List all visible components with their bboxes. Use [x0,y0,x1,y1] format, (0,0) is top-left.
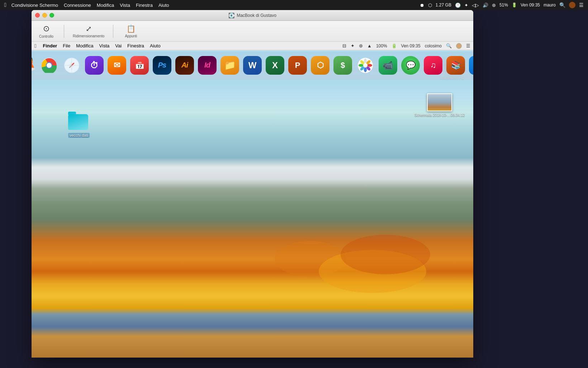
dock-icon-folder: 📁 [220,56,239,75]
dock-item-appstore[interactable]: A [468,55,473,76]
dock-item-photoshop[interactable]: Ps [152,55,172,76]
user-display: mauro [544,3,556,8]
dock-item-messages[interactable]: 💬 [400,55,421,76]
svg-point-32 [359,64,364,67]
safari-svg [64,58,79,73]
finder-airplay-icon: ⊟ [342,43,346,48]
dock-item-excel[interactable]: X [265,55,285,76]
dock-icon-indesign: Id [198,56,217,75]
finder-time: Ven 09:35 [401,43,421,48]
dock-icon-photos [356,56,375,75]
finder-menubar:  Finder File Modifica Vista Vai Finestr… [32,42,473,50]
finder-menu-file[interactable]: File [60,43,73,48]
dock-icon-facetime: 📹 [379,56,397,75]
dock-item-airmail[interactable]: ✉ [106,55,127,76]
sys-menu-modifica[interactable]: Modifica [97,3,114,8]
photos-svg [358,58,373,73]
hdd-icon: 💽 [228,13,234,18]
wifi-icon: ⊛ [492,3,496,8]
controllo-button[interactable]: ⊙ Controllo [37,24,55,38]
dock-item-folder[interactable]: 📁 [219,55,240,76]
screen-record-icon: ⏺ [420,3,425,8]
finder-menu-finestra[interactable]: Finestra [124,43,147,48]
svg-point-30 [364,67,367,72]
dock-item-klokki[interactable]: ⏱ [84,55,105,76]
dock-item-chrome[interactable] [39,55,60,76]
dock-item-fantastical[interactable]: 📅 [129,55,150,76]
time-machine-icon: 🕐 [455,3,461,8]
sys-menu-finestra[interactable]: Finestra [136,3,153,8]
battery-icon: 🔋 [512,3,517,8]
svg-point-16 [47,63,52,68]
svg-point-26 [364,59,367,64]
system-menu-items: Condivisione Schermo Connessione Modific… [11,3,169,8]
finder-search-icon[interactable]: 🔍 [446,43,452,48]
finder-battery-icon: 🔋 [392,43,397,48]
finder-wifi-icon: ⊛ [359,43,363,48]
dock-icon-word: W [243,56,262,75]
dock-item-ppt[interactable]: P [287,55,308,76]
close-button[interactable] [35,13,40,18]
outer-frame:  Condivisione Schermo Connessione Modif… [0,0,588,368]
dock-icon-safari [62,56,81,75]
finder-list-icon[interactable]: ☰ [466,43,470,48]
finder-menu-aiuto[interactable]: Aiuto [147,43,163,48]
finder-menu-vai[interactable]: Vai [112,43,124,48]
dock-icon-mindnode: ⬡ [311,56,329,75]
ridimensionamento-icon: ⤢ [86,24,92,33]
volume-icon: 🔊 [483,3,488,8]
minimize-button[interactable] [42,13,47,18]
ridimensionamento-button[interactable]: ⤢ Ridimensionamento [73,24,104,38]
dock-item-photos[interactable] [355,55,376,76]
dock-icon-fantastical: 📅 [130,56,149,75]
time-display: Ven 09:35 [521,3,540,8]
screenshot-label: Schermata 2018-10-…09.34.12 [414,113,465,117]
finder-user-avatar [456,43,462,49]
finder-battery-pct: 100% [376,43,387,48]
screenshot-thumb [427,93,452,111]
folder-vecchi-dati[interactable]: vecchi dati [65,114,93,138]
dock-item-firefox[interactable]: 🦊 [32,55,37,76]
dock-item-itunes[interactable]: ♫ [423,55,444,76]
dock: 🎙 🚀 🦊 [32,50,473,80]
dock-item-mindnode[interactable]: ⬡ [310,55,331,76]
dock-item-ibooks[interactable]: 📚 [445,55,466,76]
screenshot-icon[interactable]: Schermata 2018-10-…09.34.12 [414,93,465,117]
dock-item-facetime[interactable]: 📹 [378,55,398,76]
bluetooth2-icon: ✦ [464,3,468,8]
controllo-label: Controllo [39,34,53,38]
svg-point-28 [367,64,372,67]
list-icon[interactable]: ☰ [579,2,584,8]
dock-icon-firefox: 🦊 [32,56,36,75]
finder-volume-icon: ▲ [367,43,372,48]
controllo-icon: ⊙ [43,24,49,33]
dock-item-word[interactable]: W [242,55,263,76]
sys-menu-connessione[interactable]: Connessione [64,3,91,8]
screenshare-toolbar: ⊙ Controllo ⤢ Ridimensionamento 📋 Appunt… [32,21,473,42]
finder-right-status: ⊟ ✦ ⊛ ▲ 100% 🔋 Ven 09:35 colosimo 🔍 ☰ [342,43,470,49]
dock-item-indesign[interactable]: Id [197,55,218,76]
back-forward-icon[interactable]: ◁▷ [472,3,479,8]
dock-item-illustrator[interactable]: Ai [174,55,195,76]
dock-icon-excel: X [266,56,284,75]
sys-menu-vista[interactable]: Vista [120,3,130,8]
finder-menu-vista[interactable]: Vista [96,43,113,48]
system-menubar:  Condivisione Schermo Connessione Modif… [0,0,588,10]
maximize-button[interactable] [49,13,54,18]
appunti-button[interactable]: 📋 Appunti [122,24,140,38]
dock-item-safari[interactable] [61,55,82,76]
search-icon[interactable]: 🔍 [559,2,565,8]
system-right-icons: ⏺ ⬡ 1.27 GB 🕐 ✦ ◁▷ 🔊 ⊛ 51% 🔋 Ven 09:35 m… [420,2,584,8]
finder-menu-finder[interactable]: Finder [40,43,60,48]
sys-menu-aiuto[interactable]: Aiuto [158,3,169,8]
dock-icon-itunes: ♫ [424,56,442,75]
finder-menu-modifica[interactable]: Modifica [73,43,96,48]
chrome-svg [42,58,57,73]
user-avatar [569,2,575,8]
svg-point-34 [363,63,368,67]
sys-menu-screenshare[interactable]: Condivisione Schermo [11,3,58,8]
appunti-label: Appunti [125,34,137,38]
wallpaper [32,50,473,358]
dock-item-cashculator[interactable]: $ [332,55,353,76]
finder-user: colosimo [425,43,442,48]
